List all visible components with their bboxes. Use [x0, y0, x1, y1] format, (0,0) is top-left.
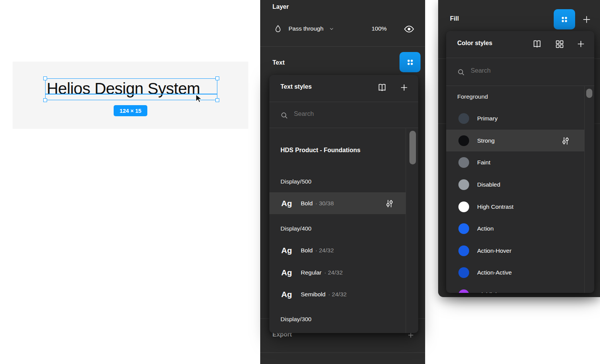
sliders-icon: [561, 136, 570, 146]
color-label: Disabled: [477, 181, 500, 188]
style-group-label: Display/500: [269, 171, 406, 192]
color-swatch: [458, 223, 469, 234]
scroll-gutter: [406, 128, 406, 333]
color-swatch: [458, 202, 469, 212]
selection-handle-bottom-right[interactable]: [215, 98, 219, 102]
sliders-icon: [385, 199, 394, 208]
color-label: Faint: [477, 159, 490, 166]
style-name: Bold: [301, 200, 313, 207]
style-name: Regular: [301, 269, 321, 276]
color-swatch: [458, 245, 469, 256]
popup-title: Color styles: [457, 40, 492, 47]
opacity-value[interactable]: 100%: [372, 25, 387, 32]
style-detail: · 24/32: [324, 269, 342, 276]
add-style-button[interactable]: [576, 39, 586, 49]
selection-handle-top-left[interactable]: [43, 76, 47, 80]
text-style-row[interactable]: Ag Regular · 24/32: [269, 262, 406, 283]
style-detail: · 24/32: [328, 291, 347, 298]
text-style-row[interactable]: Ag Semibold · 24/32: [269, 283, 406, 305]
color-label: Action: [477, 225, 494, 232]
style-name: Bold: [301, 247, 313, 254]
color-label: Primary: [477, 115, 497, 122]
popup-title: Text styles: [280, 83, 312, 90]
grid-view-button[interactable]: [554, 39, 565, 49]
style-section-label: HDS Product - Foundations: [269, 139, 406, 161]
text-style-row[interactable]: Ag Bold · 24/32: [269, 239, 406, 261]
style-name: Semibold: [301, 291, 326, 298]
plus-icon: [582, 15, 592, 24]
section-divider: [260, 353, 425, 353]
text-styles-button[interactable]: [399, 52, 421, 72]
library-icon: [532, 39, 542, 49]
color-row[interactable]: Primary: [446, 107, 584, 129]
style-sample: Ag: [281, 268, 301, 277]
canvas[interactable]: Helios Design System 124 × 15: [13, 62, 248, 129]
selection-handle-bottom-left[interactable]: [43, 98, 47, 102]
four-dots-icon: [559, 15, 569, 24]
color-row[interactable]: High Contrast: [446, 196, 584, 218]
popup-divider: [269, 102, 418, 102]
add-style-button[interactable]: [399, 82, 409, 93]
search-icon: [457, 68, 465, 76]
style-sample: Ag: [281, 290, 301, 299]
layer-section-title: Layer: [272, 3, 289, 10]
plus-icon: [576, 39, 585, 49]
search-input[interactable]: [294, 110, 386, 117]
style-detail: · 24/32: [315, 247, 334, 254]
color-label: Action-Hover: [477, 247, 512, 254]
figma-workspace: Helios Design System 124 × 15 Layer Pass…: [0, 0, 600, 364]
style-detail: · 30/38: [315, 200, 334, 207]
popup-divider: [446, 58, 594, 58]
search-input[interactable]: [471, 67, 562, 74]
color-row[interactable]: Disabled: [446, 174, 584, 195]
color-row[interactable]: Action-Hover: [446, 240, 584, 262]
popup-divider: [269, 128, 418, 128]
color-row-selected[interactable]: Strong: [446, 130, 584, 151]
color-swatch: [458, 267, 469, 278]
color-section-label: Foreground: [446, 86, 584, 107]
color-swatch: [458, 289, 469, 293]
color-row[interactable]: Action-Active: [446, 262, 584, 283]
size-badge: 124 × 15: [114, 105, 147, 116]
visibility-toggle[interactable]: [403, 24, 415, 34]
scroll-gutter: [584, 86, 585, 293]
blend-mode-label: Pass through: [289, 25, 323, 32]
search-icon: [280, 111, 289, 120]
text-baseline: [45, 94, 217, 94]
add-fill-button[interactable]: [581, 14, 592, 25]
color-row[interactable]: Faint: [446, 151, 584, 173]
color-label: Action-Active: [477, 269, 512, 276]
style-group-label: Display/400: [269, 218, 406, 239]
text-styles-popup: Text styles HDS Pro: [269, 75, 418, 333]
eye-icon: [404, 24, 414, 34]
color-row[interactable]: Action: [446, 218, 584, 239]
fill-styles-button[interactable]: [554, 9, 575, 29]
plus-icon: [399, 83, 409, 92]
color-row[interactable]: Highlight: [446, 284, 584, 293]
text-style-row-selected[interactable]: Ag Bold · 30/38: [269, 192, 406, 214]
color-styles-popup: Color styles: [446, 31, 594, 293]
selection-box[interactable]: [45, 78, 217, 100]
library-button[interactable]: [531, 38, 543, 50]
library-button[interactable]: [376, 82, 388, 93]
scrollbar-thumb[interactable]: [409, 131, 416, 164]
scrollbar-thumb[interactable]: [586, 89, 592, 98]
style-sample: Ag: [281, 246, 301, 255]
four-dots-icon: [405, 57, 415, 67]
blend-mode-icon: [273, 24, 283, 34]
adjust-style-button[interactable]: [384, 198, 395, 208]
color-swatch: [458, 113, 469, 124]
blend-mode-dropdown[interactable]: Pass through: [289, 25, 334, 32]
text-section-title: Text: [272, 59, 285, 66]
color-label: Highlight: [477, 291, 500, 293]
color-swatch: [458, 179, 469, 190]
mouse-cursor-icon: [196, 94, 205, 104]
color-label: High Contrast: [477, 203, 514, 210]
section-divider: [260, 46, 425, 47]
selection-handle-top-right[interactable]: [215, 76, 219, 80]
fill-panel: Fill Color styles: [438, 0, 600, 297]
style-sample: Ag: [281, 199, 301, 208]
grid-icon: [555, 39, 564, 49]
color-swatch: [458, 135, 469, 146]
adjust-style-button[interactable]: [560, 136, 571, 146]
